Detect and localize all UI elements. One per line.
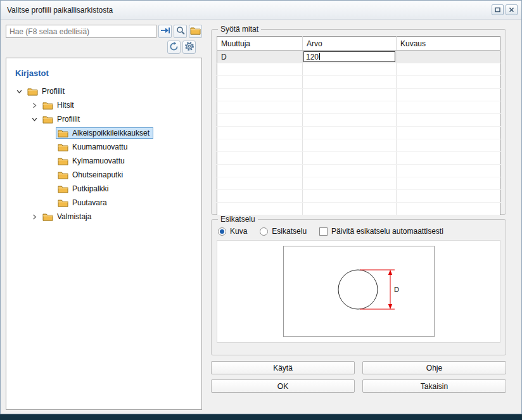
cell-muuttuja[interactable] xyxy=(217,63,303,76)
go-button[interactable] xyxy=(158,25,172,38)
tree-item-profiilit[interactable]: Profiilit xyxy=(6,84,201,98)
checkbox-icon[interactable] xyxy=(319,227,328,236)
tree-item-content[interactable]: Kuumamuovattu xyxy=(56,141,131,153)
cell-muuttuja[interactable] xyxy=(217,76,303,89)
cell-kuvaus[interactable] xyxy=(397,190,500,203)
column-header-muuttuja[interactable]: Muuttuja xyxy=(217,37,303,51)
tree-item-content[interactable]: Valmistaja xyxy=(41,211,95,222)
tree-item-hitsit[interactable]: Hitsit xyxy=(6,98,201,112)
close-button[interactable] xyxy=(506,4,518,15)
settings-button[interactable] xyxy=(182,41,196,54)
tree-item-content[interactable]: Profiilit xyxy=(41,113,84,125)
restore-button[interactable] xyxy=(492,4,504,15)
cell-kuvaus[interactable] xyxy=(397,139,500,152)
cell-kuvaus[interactable] xyxy=(397,177,500,190)
cell-arvo[interactable] xyxy=(303,177,397,190)
cell-kuvaus[interactable] xyxy=(397,89,500,101)
tree-item-ohutseinaputki[interactable]: Ohutseinaputki xyxy=(6,168,201,182)
dimension-row[interactable] xyxy=(217,89,500,101)
cell-muuttuja[interactable] xyxy=(217,114,303,127)
open-folder-button[interactable] xyxy=(189,25,202,38)
cell-arvo[interactable] xyxy=(303,152,397,165)
tree-item-puutavara[interactable]: Puutavara xyxy=(6,196,201,210)
cell-muuttuja[interactable] xyxy=(217,127,303,139)
cell-arvo[interactable] xyxy=(303,114,397,127)
dimension-row[interactable] xyxy=(217,177,500,190)
tree-root-label[interactable]: Kirjastot xyxy=(6,58,201,84)
cell-muuttuja[interactable] xyxy=(217,165,303,177)
tree-item-kuumamuovattu[interactable]: Kuumamuovattu xyxy=(6,140,201,154)
dimension-row[interactable] xyxy=(217,114,500,127)
radio-esikatselu[interactable]: Esikatselu xyxy=(260,227,307,236)
dimension-row[interactable] xyxy=(217,152,500,165)
radio-button-icon[interactable] xyxy=(260,227,268,236)
cell-kuvaus[interactable] xyxy=(397,114,500,127)
chevron-right-icon[interactable] xyxy=(28,214,41,220)
cell-kuvaus[interactable] xyxy=(397,203,500,215)
tree-item-alkeispoikkileikkaukset[interactable]: Alkeispoikkileikkaukset xyxy=(6,126,201,140)
tree-item-putkipalkki[interactable]: Putkipalkki xyxy=(6,182,201,196)
dimension-row[interactable] xyxy=(217,203,500,215)
cell-arvo[interactable] xyxy=(303,165,397,177)
cell-arvo[interactable] xyxy=(303,101,397,114)
tree-item-valmistaja[interactable]: Valmistaja xyxy=(6,210,201,224)
titlebar[interactable]: Valitse profiili paikallisarkistosta xyxy=(1,1,521,20)
dimension-row[interactable] xyxy=(217,101,500,114)
chevron-down-icon[interactable] xyxy=(28,117,41,122)
tree-item-profiilit[interactable]: Profiilit xyxy=(6,112,201,126)
dimension-row[interactable] xyxy=(217,190,500,203)
search-input[interactable] xyxy=(6,25,156,38)
cell-muuttuja[interactable] xyxy=(217,177,303,190)
back-button[interactable]: Takaisin xyxy=(362,379,506,393)
apply-button[interactable]: Käytä xyxy=(211,361,355,374)
cell-muuttuja[interactable] xyxy=(217,89,303,101)
cell-arvo[interactable] xyxy=(303,203,397,215)
dimension-row[interactable]: D120 xyxy=(217,51,500,63)
help-button[interactable]: Ohje xyxy=(362,361,506,374)
cell-muuttuja[interactable] xyxy=(217,101,303,114)
tree-item-content[interactable]: Profiilit xyxy=(25,86,68,97)
column-header-arvo[interactable]: Arvo xyxy=(303,37,397,51)
cell-arvo[interactable] xyxy=(303,76,397,89)
cell-arvo[interactable] xyxy=(303,63,397,76)
cell-kuvaus[interactable] xyxy=(397,76,500,89)
cell-arvo[interactable] xyxy=(303,127,397,139)
cell-muuttuja[interactable]: D xyxy=(217,51,303,63)
chevron-right-icon[interactable] xyxy=(28,103,41,108)
tree-item-content[interactable]: Putkipalkki xyxy=(56,183,112,194)
cell-muuttuja[interactable] xyxy=(217,152,303,165)
value-editor[interactable]: 120 xyxy=(303,51,395,62)
tree-item-content[interactable]: Kylmamuovattu xyxy=(56,155,129,167)
cell-arvo[interactable] xyxy=(303,89,397,101)
chevron-down-icon[interactable] xyxy=(13,89,25,94)
tree-item-content[interactable]: Alkeispoikkileikkaukset xyxy=(56,127,153,139)
ok-button[interactable]: OK xyxy=(211,379,355,393)
cell-kuvaus[interactable] xyxy=(397,101,500,114)
cell-kuvaus[interactable] xyxy=(397,152,500,165)
column-header-kuvaus[interactable]: Kuvaus xyxy=(397,37,500,51)
dimension-row[interactable] xyxy=(217,76,500,89)
radio-kuva[interactable]: Kuva xyxy=(218,227,247,236)
cell-muuttuja[interactable] xyxy=(217,203,303,215)
cell-arvo[interactable] xyxy=(303,190,397,203)
cell-kuvaus[interactable] xyxy=(397,127,500,139)
tree-item-content[interactable]: Ohutseinaputki xyxy=(56,169,127,181)
cell-kuvaus[interactable] xyxy=(397,51,500,63)
tree-item-kylmamuovattu[interactable]: Kylmamuovattu xyxy=(6,154,201,168)
cell-arvo[interactable] xyxy=(303,139,397,152)
dimension-row[interactable] xyxy=(217,63,500,76)
dimension-row[interactable] xyxy=(217,139,500,152)
search-button[interactable] xyxy=(174,25,187,38)
cell-kuvaus[interactable] xyxy=(397,63,500,76)
cell-muuttuja[interactable] xyxy=(217,190,303,203)
cell-muuttuja[interactable] xyxy=(217,139,303,152)
radio-button-icon[interactable] xyxy=(218,227,226,236)
tree-item-content[interactable]: Hitsit xyxy=(41,99,78,111)
checkbox-auto-update[interactable]: Päivitä esikatselu automaattisesti xyxy=(319,227,443,236)
dimension-row[interactable] xyxy=(217,165,500,177)
dimension-row[interactable] xyxy=(217,127,500,139)
cell-arvo[interactable]: 120 xyxy=(303,51,397,63)
refresh-button[interactable] xyxy=(167,41,181,54)
cell-kuvaus[interactable] xyxy=(397,165,500,177)
tree-item-content[interactable]: Puutavara xyxy=(56,197,111,208)
